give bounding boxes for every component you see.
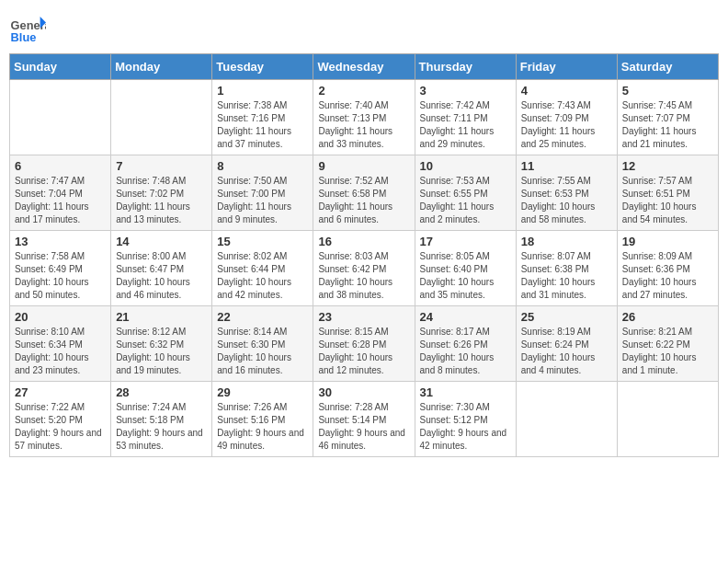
- day-number: 9: [318, 159, 409, 173]
- day-info: Sunrise: 8:05 AMSunset: 6:40 PMDaylight:…: [420, 250, 511, 302]
- day-number: 10: [420, 159, 511, 173]
- day-info: Sunrise: 7:53 AMSunset: 6:55 PMDaylight:…: [420, 175, 511, 226]
- day-number: 21: [116, 310, 207, 324]
- day-info: Sunrise: 7:40 AMSunset: 7:13 PMDaylight:…: [318, 99, 409, 151]
- day-number: 22: [217, 310, 308, 324]
- calendar-cell: 17Sunrise: 8:05 AMSunset: 6:40 PMDayligh…: [415, 231, 516, 306]
- column-header-friday: Friday: [516, 54, 617, 80]
- calendar-cell: 15Sunrise: 8:02 AMSunset: 6:44 PMDayligh…: [212, 231, 313, 306]
- day-info: Sunrise: 7:24 AMSunset: 5:18 PMDaylight:…: [116, 401, 207, 453]
- calendar-cell: 2Sunrise: 7:40 AMSunset: 7:13 PMDaylight…: [313, 80, 415, 155]
- day-number: 17: [420, 235, 511, 248]
- calendar-cell: 1Sunrise: 7:38 AMSunset: 7:16 PMDaylight…: [212, 80, 313, 155]
- day-info: Sunrise: 7:48 AMSunset: 7:02 PMDaylight:…: [116, 175, 207, 226]
- day-info: Sunrise: 7:28 AMSunset: 5:14 PMDaylight:…: [318, 401, 409, 453]
- day-info: Sunrise: 8:10 AMSunset: 6:34 PMDaylight:…: [15, 326, 106, 377]
- day-number: 28: [116, 385, 207, 399]
- day-number: 4: [521, 84, 612, 98]
- column-header-tuesday: Tuesday: [212, 54, 313, 80]
- calendar-cell: 18Sunrise: 8:07 AMSunset: 6:38 PMDayligh…: [516, 231, 617, 306]
- day-number: 1: [217, 84, 308, 98]
- day-number: 6: [15, 159, 106, 173]
- day-info: Sunrise: 7:52 AMSunset: 6:58 PMDaylight:…: [318, 175, 409, 226]
- day-info: Sunrise: 8:09 AMSunset: 6:36 PMDaylight:…: [622, 250, 713, 302]
- calendar-cell: [516, 382, 617, 457]
- day-info: Sunrise: 7:26 AMSunset: 5:16 PMDaylight:…: [217, 401, 308, 453]
- day-info: Sunrise: 7:42 AMSunset: 7:11 PMDaylight:…: [420, 99, 511, 151]
- calendar-cell: 22Sunrise: 8:14 AMSunset: 6:30 PMDayligh…: [212, 306, 313, 382]
- calendar-week-1: 1Sunrise: 7:38 AMSunset: 7:16 PMDaylight…: [10, 80, 719, 155]
- day-info: Sunrise: 7:43 AMSunset: 7:09 PMDaylight:…: [521, 99, 612, 151]
- day-info: Sunrise: 7:45 AMSunset: 7:07 PMDaylight:…: [622, 99, 713, 151]
- calendar-cell: [10, 80, 111, 155]
- calendar-cell: 20Sunrise: 8:10 AMSunset: 6:34 PMDayligh…: [10, 306, 111, 382]
- day-number: 5: [622, 84, 713, 98]
- calendar-cell: 10Sunrise: 7:53 AMSunset: 6:55 PMDayligh…: [415, 155, 516, 231]
- calendar-cell: [617, 382, 718, 457]
- header-row: SundayMondayTuesdayWednesdayThursdayFrid…: [10, 54, 719, 80]
- day-info: Sunrise: 8:17 AMSunset: 6:26 PMDaylight:…: [420, 326, 511, 377]
- calendar-cell: 11Sunrise: 7:55 AMSunset: 6:53 PMDayligh…: [516, 155, 617, 231]
- calendar-cell: [111, 80, 212, 155]
- calendar-cell: 21Sunrise: 8:12 AMSunset: 6:32 PMDayligh…: [111, 306, 212, 382]
- day-info: Sunrise: 7:50 AMSunset: 7:00 PMDaylight:…: [217, 175, 308, 226]
- day-number: 31: [420, 385, 511, 399]
- logo: General Blue: [9, 9, 50, 46]
- page-header: General Blue: [9, 9, 719, 46]
- day-number: 20: [15, 310, 106, 324]
- calendar-cell: 13Sunrise: 7:58 AMSunset: 6:49 PMDayligh…: [10, 231, 111, 306]
- calendar-cell: 6Sunrise: 7:47 AMSunset: 7:04 PMDaylight…: [10, 155, 111, 231]
- day-number: 14: [116, 235, 207, 248]
- column-header-sunday: Sunday: [10, 54, 111, 80]
- day-info: Sunrise: 8:14 AMSunset: 6:30 PMDaylight:…: [217, 326, 308, 377]
- calendar-cell: 14Sunrise: 8:00 AMSunset: 6:47 PMDayligh…: [111, 231, 212, 306]
- day-number: 26: [622, 310, 713, 324]
- calendar-cell: 5Sunrise: 7:45 AMSunset: 7:07 PMDaylight…: [617, 80, 718, 155]
- calendar-cell: 19Sunrise: 8:09 AMSunset: 6:36 PMDayligh…: [617, 231, 718, 306]
- day-info: Sunrise: 8:03 AMSunset: 6:42 PMDaylight:…: [318, 250, 409, 302]
- column-header-thursday: Thursday: [415, 54, 516, 80]
- day-number: 30: [318, 385, 409, 399]
- calendar-cell: 28Sunrise: 7:24 AMSunset: 5:18 PMDayligh…: [111, 382, 212, 457]
- calendar-week-4: 20Sunrise: 8:10 AMSunset: 6:34 PMDayligh…: [10, 306, 719, 382]
- calendar-cell: 29Sunrise: 7:26 AMSunset: 5:16 PMDayligh…: [212, 382, 313, 457]
- day-info: Sunrise: 7:57 AMSunset: 6:51 PMDaylight:…: [622, 175, 713, 226]
- calendar-cell: 23Sunrise: 8:15 AMSunset: 6:28 PMDayligh…: [313, 306, 415, 382]
- day-number: 12: [622, 159, 713, 173]
- calendar-week-5: 27Sunrise: 7:22 AMSunset: 5:20 PMDayligh…: [10, 382, 719, 457]
- calendar-cell: 30Sunrise: 7:28 AMSunset: 5:14 PMDayligh…: [313, 382, 415, 457]
- calendar-week-2: 6Sunrise: 7:47 AMSunset: 7:04 PMDaylight…: [10, 155, 719, 231]
- day-number: 2: [318, 84, 409, 98]
- day-number: 25: [521, 310, 612, 324]
- calendar-cell: 27Sunrise: 7:22 AMSunset: 5:20 PMDayligh…: [10, 382, 111, 457]
- day-number: 19: [622, 235, 713, 248]
- day-info: Sunrise: 8:21 AMSunset: 6:22 PMDaylight:…: [622, 326, 713, 377]
- day-info: Sunrise: 7:58 AMSunset: 6:49 PMDaylight:…: [15, 250, 106, 302]
- day-info: Sunrise: 7:30 AMSunset: 5:12 PMDaylight:…: [420, 401, 511, 453]
- day-number: 7: [116, 159, 207, 173]
- day-info: Sunrise: 7:38 AMSunset: 7:16 PMDaylight:…: [217, 99, 308, 151]
- calendar-cell: 25Sunrise: 8:19 AMSunset: 6:24 PMDayligh…: [516, 306, 617, 382]
- day-number: 11: [521, 159, 612, 173]
- day-number: 15: [217, 235, 308, 248]
- day-info: Sunrise: 8:02 AMSunset: 6:44 PMDaylight:…: [217, 250, 308, 302]
- day-number: 23: [318, 310, 409, 324]
- day-number: 16: [318, 235, 409, 248]
- calendar-cell: 26Sunrise: 8:21 AMSunset: 6:22 PMDayligh…: [617, 306, 718, 382]
- svg-text:Blue: Blue: [11, 30, 37, 44]
- calendar-cell: 8Sunrise: 7:50 AMSunset: 7:00 PMDaylight…: [212, 155, 313, 231]
- day-info: Sunrise: 8:07 AMSunset: 6:38 PMDaylight:…: [521, 250, 612, 302]
- day-info: Sunrise: 8:15 AMSunset: 6:28 PMDaylight:…: [318, 326, 409, 377]
- day-info: Sunrise: 7:55 AMSunset: 6:53 PMDaylight:…: [521, 175, 612, 226]
- day-info: Sunrise: 8:12 AMSunset: 6:32 PMDaylight:…: [116, 326, 207, 377]
- day-number: 27: [15, 385, 106, 399]
- calendar-cell: 4Sunrise: 7:43 AMSunset: 7:09 PMDaylight…: [516, 80, 617, 155]
- day-number: 29: [217, 385, 308, 399]
- calendar-cell: 12Sunrise: 7:57 AMSunset: 6:51 PMDayligh…: [617, 155, 718, 231]
- day-number: 3: [420, 84, 511, 98]
- day-number: 13: [15, 235, 106, 248]
- calendar-week-3: 13Sunrise: 7:58 AMSunset: 6:49 PMDayligh…: [10, 231, 719, 306]
- day-number: 18: [521, 235, 612, 248]
- day-info: Sunrise: 7:22 AMSunset: 5:20 PMDaylight:…: [15, 401, 106, 453]
- calendar-cell: 31Sunrise: 7:30 AMSunset: 5:12 PMDayligh…: [415, 382, 516, 457]
